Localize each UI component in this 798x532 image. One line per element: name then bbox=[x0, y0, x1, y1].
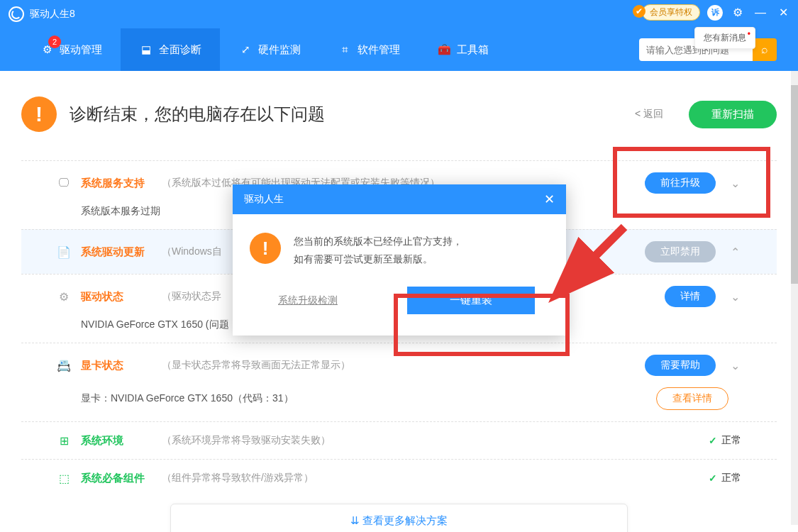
upgrade-button[interactable]: 前往升级 bbox=[645, 172, 716, 194]
nav-hardware-monitor[interactable]: ⤢ 硬件监测 bbox=[220, 28, 319, 71]
settings-icon[interactable]: ⚙ bbox=[730, 5, 746, 21]
search-button[interactable]: ⌕ bbox=[753, 38, 777, 61]
monitor-icon: 🖵 bbox=[57, 176, 71, 190]
item-label: 系统环境 bbox=[81, 434, 152, 448]
warning-icon: ! bbox=[250, 233, 281, 264]
card-icon: 📇 bbox=[57, 358, 71, 372]
nav-label: 全面诊断 bbox=[159, 43, 201, 57]
nav-label: 工具箱 bbox=[457, 43, 489, 57]
item-label: 系统必备组件 bbox=[81, 472, 152, 485]
back-link[interactable]: < 返回 bbox=[635, 108, 663, 121]
scrollbar-thumb[interactable] bbox=[791, 85, 798, 284]
scrollbar[interactable] bbox=[791, 71, 798, 525]
nav-toolbox[interactable]: 🧰 工具箱 bbox=[419, 28, 507, 71]
item-gpu-status: 📇 显卡状态 （显卡状态异常将导致画面无法正常显示） 需要帮助 ⌄ bbox=[21, 343, 777, 387]
nav-label: 驱动管理 bbox=[60, 43, 102, 57]
dialog-header: 驱动人生 ✕ bbox=[233, 184, 566, 214]
status-ok: ✓正常 bbox=[709, 472, 741, 484]
minimize-icon[interactable]: — bbox=[753, 5, 768, 21]
new-message-bubble[interactable]: 您有新消息 bbox=[694, 27, 755, 49]
item-label: 系统服务支持 bbox=[81, 177, 152, 190]
gpu-sub-text: 显卡：NVIDIA GeForce GTX 1650（代码：31） bbox=[81, 392, 294, 405]
nav-badge: 2 bbox=[48, 35, 61, 48]
item-desc: （组件异常将导致软件/游戏异常） bbox=[162, 472, 709, 484]
item-label: 系统驱动更新 bbox=[81, 245, 152, 259]
toolbox-icon: 🧰 bbox=[437, 43, 451, 57]
detail-button[interactable]: 详情 bbox=[665, 286, 716, 307]
need-help-button[interactable]: 需要帮助 bbox=[645, 355, 716, 376]
item-label: 驱动状态 bbox=[81, 290, 152, 304]
window-icon: ⊞ bbox=[57, 433, 71, 448]
chevron-up-icon[interactable]: ⌃ bbox=[728, 245, 741, 258]
app-logo-icon bbox=[9, 6, 24, 22]
vip-badge[interactable]: 会员享特权 bbox=[642, 4, 700, 21]
item-subline: 显卡：NVIDIA GeForce GTX 1650（代码：31） 查看详情 bbox=[21, 387, 777, 421]
feedback-icon[interactable]: 诉 bbox=[707, 5, 723, 21]
rocket-icon: ⤢ bbox=[238, 43, 253, 57]
item-required-components: ⬚ 系统必备组件 （组件异常将导致软件/游戏异常） ✓正常 bbox=[21, 459, 777, 497]
more-solutions-link[interactable]: ⇊ 查看更多解决方案 bbox=[170, 504, 628, 532]
status-ok: ✓正常 bbox=[709, 434, 741, 447]
item-desc: （系统环境异常将导致驱动安装失败） bbox=[162, 434, 709, 447]
gear-icon: ⚙ bbox=[57, 289, 71, 304]
nav-software-manage[interactable]: ⌗ 软件管理 bbox=[319, 28, 419, 71]
nav-label: 硬件监测 bbox=[258, 43, 301, 57]
chevron-down-icon[interactable]: ⌄ bbox=[728, 359, 741, 372]
nav-full-diagnosis[interactable]: ⬓ 全面诊断 bbox=[121, 28, 220, 71]
system-upgrade-check-link[interactable]: 系统升级检测 bbox=[278, 294, 338, 307]
apps-icon: ⌗ bbox=[338, 43, 352, 57]
view-detail-button[interactable]: 查看详情 bbox=[656, 387, 728, 410]
item-system-env: ⊞ 系统环境 （系统环境异常将导致驱动安装失败） ✓正常 bbox=[21, 421, 777, 459]
diagnosis-title: 诊断结束，您的电脑存在以下问题 bbox=[70, 103, 622, 126]
dialog-close-icon[interactable]: ✕ bbox=[544, 192, 555, 207]
chevron-down-icon[interactable]: ⌄ bbox=[728, 177, 741, 189]
navbar: ⚙ 驱动管理 2 ⬓ 全面诊断 ⤢ 硬件监测 ⌗ 软件管理 🧰 工具箱 ⌕ bbox=[0, 28, 798, 71]
item-desc: （显卡状态异常将导致画面无法正常显示） bbox=[162, 359, 645, 372]
app-title: 驱动人生8 bbox=[30, 8, 75, 21]
rescan-button[interactable]: 重新扫描 bbox=[689, 101, 777, 128]
check-icon: ✓ bbox=[709, 435, 717, 446]
nav-driver-manage[interactable]: ⚙ 驱动管理 2 bbox=[21, 28, 121, 71]
file-icon: 📄 bbox=[57, 245, 71, 259]
titlebar: 驱动人生8 会员享特权 诉 ⚙ — ✕ bbox=[0, 0, 798, 28]
disable-button[interactable]: 立即禁用 bbox=[645, 241, 716, 262]
nav-label: 软件管理 bbox=[358, 43, 400, 57]
item-label: 显卡状态 bbox=[81, 359, 152, 372]
warning-icon: ! bbox=[21, 96, 57, 132]
chevron-down-icon[interactable]: ⌄ bbox=[728, 290, 741, 303]
dialog-message: 您当前的系统版本已经停止官方支持， 如有需要可尝试更新至最新版。 bbox=[294, 233, 462, 268]
dialog-title: 驱动人生 bbox=[244, 193, 284, 206]
puzzle-icon: ⬚ bbox=[57, 471, 71, 485]
one-click-reinstall-button[interactable]: 一键重装 bbox=[407, 287, 535, 314]
pulse-icon: ⬓ bbox=[139, 43, 153, 57]
close-icon[interactable]: ✕ bbox=[775, 5, 791, 21]
system-update-dialog: 驱动人生 ✕ ! 您当前的系统版本已经停止官方支持， 如有需要可尝试更新至最新版… bbox=[233, 184, 566, 336]
check-icon: ✓ bbox=[709, 472, 717, 484]
